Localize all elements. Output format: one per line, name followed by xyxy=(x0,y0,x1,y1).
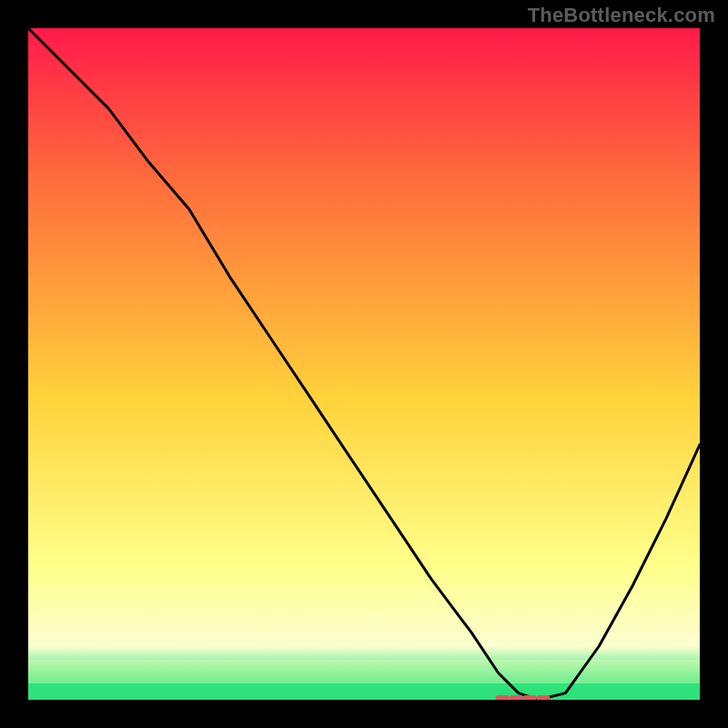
svg-rect-0 xyxy=(28,28,700,700)
watermark-text: TheBottleneck.com xyxy=(528,4,715,27)
svg-rect-1 xyxy=(28,683,700,700)
svg-rect-2 xyxy=(28,660,700,683)
chart-svg xyxy=(28,28,700,700)
plot-area xyxy=(28,28,700,700)
chart-frame: TheBottleneck.com xyxy=(0,0,728,728)
